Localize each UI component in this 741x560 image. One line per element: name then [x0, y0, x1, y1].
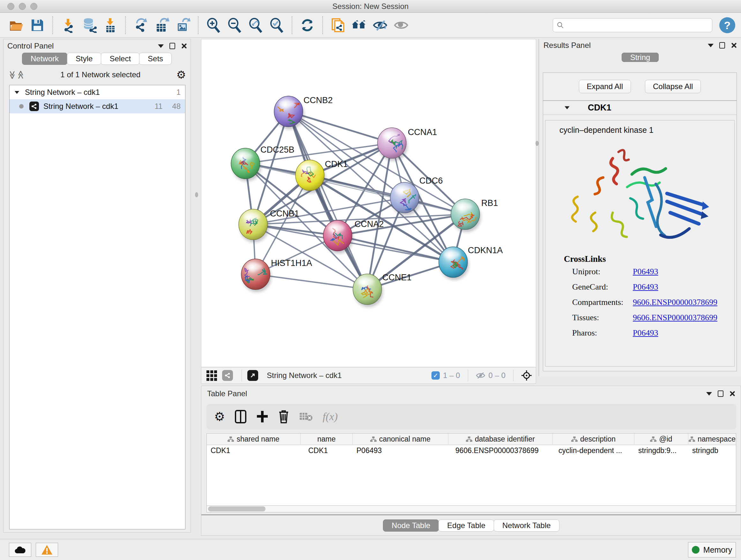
- detach-view-icon[interactable]: [246, 369, 259, 381]
- column-header-description[interactable]: description: [553, 434, 634, 445]
- cloud-status-button[interactable]: [9, 543, 31, 557]
- crosslink-link[interactable]: P06493: [633, 267, 658, 276]
- node-CDC6[interactable]: CDC6: [390, 176, 443, 215]
- network-canvas[interactable]: CCNB2CCNA1CDC25BCDK1CDC6RB1CCNB1CCNA2CDK…: [201, 39, 536, 367]
- gene-collapse-icon[interactable]: [564, 106, 569, 109]
- network-share-icon[interactable]: [221, 369, 234, 381]
- column-header-database-identifier[interactable]: database identifier: [448, 434, 553, 445]
- table-options-gear-icon[interactable]: ⚙: [214, 411, 225, 422]
- warning-status-button[interactable]: [36, 543, 58, 557]
- expand-all-button[interactable]: Expand All: [579, 80, 631, 93]
- save-session-icon[interactable]: [28, 16, 46, 35]
- import-table-icon[interactable]: [101, 16, 119, 35]
- table-row[interactable]: CDK1 CDK1 P06493 9606.ENSP00000378699 cy…: [207, 445, 736, 456]
- collection-expand-icon[interactable]: [15, 91, 19, 94]
- tab-node-table[interactable]: Node Table: [383, 519, 439, 532]
- crosslink-link[interactable]: P06493: [633, 328, 658, 338]
- tab-select[interactable]: Select: [101, 53, 139, 65]
- expand-all-icon[interactable]: ≫: [16, 71, 25, 79]
- column-header-shared-name[interactable]: shared name: [207, 434, 300, 445]
- column-header-id[interactable]: @id: [634, 434, 688, 445]
- column-header-canonical-name[interactable]: canonical name: [353, 434, 448, 445]
- network-options-gear-icon[interactable]: ⚙: [177, 69, 186, 80]
- grid-view-icon[interactable]: [205, 369, 218, 381]
- clone-network-icon[interactable]: [329, 16, 347, 35]
- function-builder-icon[interactable]: f(x): [323, 411, 338, 423]
- zoom-fit-icon[interactable]: [247, 16, 265, 35]
- cell-shared-name[interactable]: CDK1: [207, 445, 300, 456]
- network-row[interactable]: String Network – cdk1 11 48: [10, 99, 185, 113]
- cell-database-identifier[interactable]: 9606.ENSP00000378699: [448, 445, 553, 456]
- hide-glass-icon[interactable]: [371, 16, 389, 35]
- tab-network-table[interactable]: Network Table: [494, 519, 559, 532]
- node-HIST1H1A[interactable]: HIST1H1A: [241, 258, 312, 292]
- tab-sets[interactable]: Sets: [139, 53, 172, 65]
- birdseye-toggle-icon[interactable]: [521, 370, 532, 381]
- table-horizontal-scrollbar[interactable]: [206, 505, 736, 512]
- tab-string[interactable]: String: [622, 53, 659, 62]
- zoom-window-icon[interactable]: [30, 3, 37, 10]
- cell-description[interactable]: cyclin-dependent ...: [553, 445, 634, 456]
- edge-HIST1H1A-CCNE1[interactable]: [256, 274, 367, 289]
- crosslink-link[interactable]: P06493: [633, 282, 658, 292]
- selected-checkbox-icon[interactable]: ✓: [431, 371, 440, 380]
- hidden-eye-icon[interactable]: [476, 372, 485, 379]
- close-panel-icon[interactable]: [181, 43, 187, 49]
- node-CDC25B[interactable]: CDC25B: [231, 145, 294, 181]
- right-splitter-handle[interactable]: [536, 141, 539, 146]
- tab-edge-table[interactable]: Edge Table: [439, 519, 494, 532]
- cell-id[interactable]: stringdb:9...: [634, 445, 688, 456]
- node-CCNA1[interactable]: CCNA1: [378, 127, 437, 161]
- open-session-icon[interactable]: [7, 16, 25, 35]
- cell-canonical-name[interactable]: P06493: [353, 445, 448, 456]
- node-CDK1[interactable]: CDK1: [295, 159, 348, 193]
- node-CCNB1[interactable]: CCNB1: [239, 209, 299, 242]
- panel-menu-icon[interactable]: [158, 44, 164, 48]
- node-CDKN1A[interactable]: CDKN1A: [439, 246, 503, 280]
- show-glass-icon[interactable]: [392, 16, 410, 35]
- import-database-icon[interactable]: [80, 16, 98, 35]
- import-network-icon[interactable]: [59, 16, 77, 35]
- zoom-selected-icon[interactable]: [268, 16, 286, 35]
- collapse-all-button[interactable]: Collapse All: [645, 80, 701, 93]
- panel-menu-icon[interactable]: [708, 44, 714, 47]
- search-box[interactable]: [553, 18, 712, 32]
- node-label-CDC25B: CDC25B: [260, 145, 294, 154]
- zoom-out-icon[interactable]: [226, 16, 244, 35]
- close-panel-icon[interactable]: [731, 43, 737, 48]
- left-splitter-handle[interactable]: [195, 192, 198, 197]
- export-network-icon[interactable]: [132, 16, 150, 35]
- float-panel-icon[interactable]: [170, 43, 175, 49]
- node-CCNE1[interactable]: CCNE1: [353, 273, 412, 307]
- add-column-icon[interactable]: [256, 410, 268, 423]
- export-image-icon[interactable]: [174, 16, 192, 35]
- string-home-icon[interactable]: [350, 16, 368, 35]
- close-window-icon[interactable]: [7, 3, 14, 10]
- float-panel-icon[interactable]: [718, 390, 724, 397]
- panel-menu-icon[interactable]: [706, 392, 712, 395]
- string-network-graph[interactable]: CCNB2CCNA1CDC25BCDK1CDC6RB1CCNB1CCNA2CDK…: [201, 39, 536, 367]
- tab-network[interactable]: Network: [22, 53, 67, 65]
- show-columns-icon[interactable]: [234, 410, 247, 424]
- help-icon[interactable]: ?: [719, 17, 735, 33]
- node-RB1[interactable]: RB1: [451, 198, 498, 232]
- column-header-namespace[interactable]: namespace: [688, 434, 736, 445]
- column-header-name[interactable]: name: [300, 434, 353, 445]
- delete-column-icon[interactable]: [278, 410, 289, 424]
- search-input[interactable]: [564, 21, 705, 29]
- zoom-in-icon[interactable]: [205, 16, 222, 35]
- delete-table-icon[interactable]: [299, 412, 313, 422]
- tab-style[interactable]: Style: [67, 53, 101, 65]
- minimize-window-icon[interactable]: [19, 3, 26, 10]
- export-table-icon[interactable]: [153, 16, 171, 35]
- memory-button[interactable]: Memory: [688, 542, 736, 557]
- cell-name[interactable]: CDK1: [300, 445, 353, 456]
- float-panel-icon[interactable]: [719, 42, 725, 49]
- close-panel-icon[interactable]: [729, 391, 735, 396]
- crosslink-link[interactable]: 9606.ENSP00000378699: [633, 298, 718, 307]
- crosslink-link[interactable]: 9606.ENSP00000378699: [633, 313, 718, 322]
- scrollbar-thumb[interactable]: [208, 506, 266, 511]
- cell-namespace[interactable]: stringdb: [688, 445, 736, 456]
- network-collection-row[interactable]: String Network – cdk1 1: [10, 85, 185, 99]
- refresh-icon[interactable]: [298, 16, 316, 35]
